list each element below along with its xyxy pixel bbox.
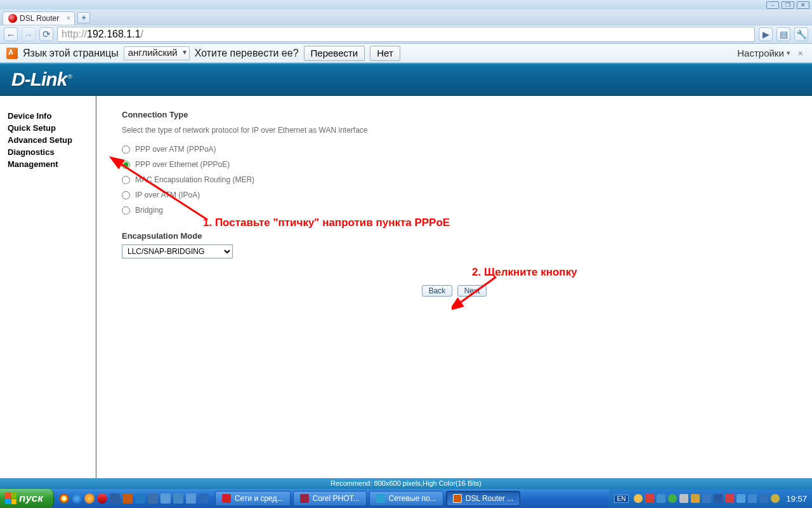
wrench-menu-button[interactable]: 🔧 [794, 27, 808, 41]
back-button[interactable]: ← [4, 27, 18, 41]
tray-icon-6[interactable] [691, 494, 700, 503]
quick-chrome-icon[interactable] [59, 493, 69, 504]
tray-icon-13[interactable] [771, 494, 780, 503]
window-controls: – ❐ ✕ [0, 0, 812, 10]
quick-app2-icon[interactable] [122, 493, 133, 504]
quick-app4-icon[interactable] [148, 493, 158, 504]
quick-opera-icon[interactable] [97, 493, 107, 504]
tray-icon-8[interactable] [714, 494, 723, 503]
address-bar: ← → ⟳ http://192.168.1.1/ ▶ ▤ 🔧 [0, 25, 812, 44]
tray-icon-9[interactable] [725, 494, 734, 503]
language-indicator[interactable]: EN [614, 495, 629, 503]
connection-type-desc: Select the type of network protocol for … [122, 126, 787, 135]
tray-icon-1[interactable] [634, 494, 643, 503]
quick-more-icon[interactable] [199, 493, 209, 504]
translate-settings-button[interactable]: Настройки [737, 48, 790, 58]
forward-button[interactable]: → [22, 27, 36, 41]
tray-icon-4[interactable] [668, 494, 677, 503]
translate-button[interactable]: Перевести [304, 46, 365, 61]
radio-mer[interactable]: MAC Encapsulation Routing (MER) [122, 175, 787, 184]
connection-type-heading: Connection Type [122, 110, 787, 119]
router-favicon-icon [8, 14, 17, 23]
translate-language-select[interactable]: английский [124, 46, 190, 60]
task-app-2[interactable]: Corel PHOT... [293, 491, 367, 506]
task-app-4-label: DSL Router ... [466, 494, 514, 503]
quick-app3-icon[interactable] [135, 493, 145, 504]
radio-pppoe-label: PPP over Ethernet (PPPoE) [135, 160, 230, 169]
task-app-1[interactable]: Сети и сред... [215, 491, 291, 506]
quick-ie-icon[interactable] [72, 493, 82, 504]
quick-app7-icon[interactable] [186, 493, 196, 504]
url-path: / [141, 29, 143, 40]
task-app-4-icon [453, 494, 462, 503]
task-app-1-icon [222, 494, 231, 503]
taskbar: пуск Сети и сред... Corel PHOT... Сетевы… [0, 489, 812, 508]
back-wizard-button[interactable]: Back [422, 285, 453, 297]
sidebar-item-device-info[interactable]: Device Info [8, 110, 96, 122]
task-app-1-label: Сети и сред... [235, 494, 284, 503]
dlink-logo: D-Link® [11, 69, 72, 90]
translate-icon [6, 48, 18, 59]
tray-icon-12[interactable] [759, 494, 768, 503]
radio-ipoa-label: IP over ATM (IPoA) [135, 190, 200, 199]
radio-bridging[interactable]: Bridging [122, 206, 787, 215]
page-menu-button[interactable]: ▤ [776, 27, 790, 41]
task-app-3-label: Сетевые по... [389, 494, 436, 503]
sidebar-item-diagnostics[interactable]: Diagnostics [8, 146, 96, 158]
tray-icon-7[interactable] [702, 494, 711, 503]
close-window-button[interactable]: ✕ [797, 1, 809, 9]
encapsulation-select[interactable]: LLC/SNAP-BRIDGING [122, 244, 233, 258]
play-button[interactable]: ▶ [759, 27, 773, 41]
annotation-step-2: 2. Щелкните кнопку [472, 266, 577, 279]
quick-app6-icon[interactable] [173, 493, 183, 504]
tray-icon-5[interactable] [679, 494, 688, 503]
sidebar-item-advanced-setup[interactable]: Advanced Setup [8, 134, 96, 146]
quick-app1-icon[interactable] [110, 493, 120, 504]
tray-icon-3[interactable] [657, 494, 665, 503]
url-protocol: http:// [62, 29, 87, 40]
radio-ipoa[interactable]: IP over ATM (IPoA) [122, 190, 787, 199]
new-tab-button[interactable]: + [77, 12, 90, 23]
task-app-3-icon [376, 494, 385, 503]
radio-pppoa-label: PPP over ATM (PPPoA) [135, 145, 216, 154]
start-button[interactable]: пуск [0, 489, 54, 508]
url-input[interactable]: http://192.168.1.1/ [57, 27, 755, 42]
tray-icon-2[interactable] [645, 494, 654, 503]
clock[interactable]: 19:57 [786, 494, 807, 504]
content-area: Connection Type Select the type of netwo… [96, 96, 812, 478]
next-wizard-button[interactable]: Next [457, 285, 487, 297]
url-host: 192.168.1.1 [87, 29, 141, 40]
quick-app5-icon[interactable] [160, 493, 171, 504]
translate-no-button[interactable]: Нет [370, 46, 400, 61]
tray-icon-10[interactable] [737, 494, 745, 503]
windows-logo-icon [5, 493, 16, 504]
translate-question: Хотите перевести ее? [195, 48, 299, 59]
radio-bridging-label: Bridging [135, 206, 163, 215]
sidebar: Device Info Quick Setup Advanced Setup D… [0, 96, 96, 478]
translate-close-icon[interactable]: × [796, 48, 806, 58]
router-page: D-Link® Device Info Quick Setup Advanced… [0, 63, 812, 489]
recommend-bar: Recommend: 800x600 pixels,High Color(16 … [0, 478, 812, 489]
quick-firefox-icon[interactable] [84, 493, 95, 504]
task-app-3[interactable]: Сетевые по... [369, 491, 443, 506]
task-app-2-icon [300, 494, 309, 503]
reload-button[interactable]: ⟳ [39, 27, 53, 41]
minimize-button[interactable]: – [766, 1, 779, 9]
translate-bar: Язык этой страницы английский Хотите пер… [0, 44, 812, 63]
tab-close-icon[interactable]: × [67, 14, 70, 22]
dlink-banner: D-Link® [0, 63, 812, 96]
task-app-4[interactable]: DSL Router ... [446, 491, 521, 506]
router-body: Device Info Quick Setup Advanced Setup D… [0, 96, 812, 478]
wizard-buttons: Back Next [122, 285, 787, 297]
task-app-2-label: Corel PHOT... [313, 494, 360, 503]
radio-pppoe[interactable]: PPP over Ethernet (PPPoE) [122, 160, 787, 169]
maximize-button[interactable]: ❐ [782, 1, 794, 9]
browser-tab-active[interactable]: DSL Router × [3, 11, 75, 25]
tray-icon-11[interactable] [748, 494, 757, 503]
translate-prompt: Язык этой страницы [23, 48, 119, 59]
sidebar-item-quick-setup[interactable]: Quick Setup [8, 122, 96, 134]
tab-title: DSL Router [20, 14, 59, 23]
sidebar-item-management[interactable]: Management [8, 158, 96, 170]
radio-pppoa[interactable]: PPP over ATM (PPPoA) [122, 145, 787, 154]
annotation-step-1: 1. Поставьте "птичку" напротив пункта PP… [203, 217, 450, 229]
